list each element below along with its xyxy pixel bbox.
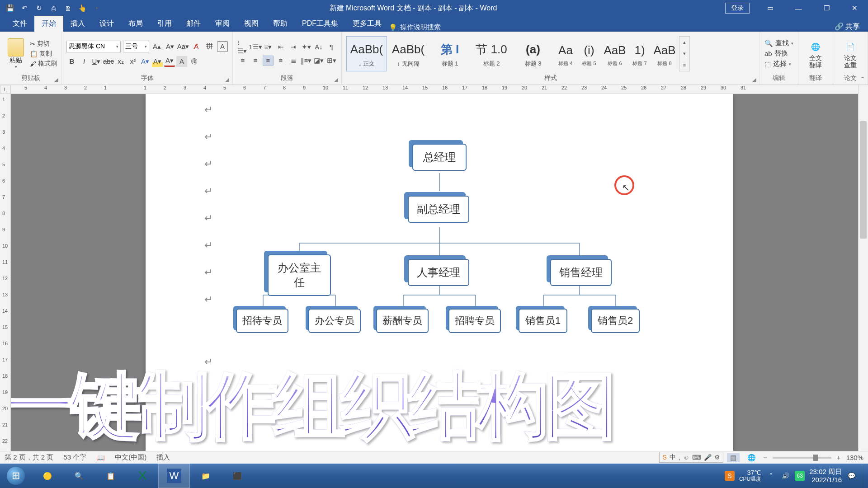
maximize-button[interactable]: ❐ (813, 0, 840, 16)
excel-taskbar-item[interactable]: X (127, 464, 158, 488)
ime-mic-icon[interactable]: 🎤 (704, 454, 712, 461)
show-marks-button[interactable]: ¶ (326, 42, 337, 52)
org-node-l4c[interactable]: 薪酬专员 (376, 309, 429, 333)
font-color-button[interactable]: A▾ (164, 56, 175, 67)
font-size-select[interactable]: 三号▾ (123, 41, 149, 52)
page-indicator[interactable]: 第 2 页，共 2 页 (5, 453, 53, 462)
align-right-button[interactable]: ≡ (263, 56, 274, 66)
minimize-button[interactable]: — (785, 0, 812, 16)
tab-more[interactable]: 更多工具 (345, 16, 389, 32)
style-normal[interactable]: AaBb(↓ 正文 (346, 36, 387, 71)
superscript-button[interactable]: x² (127, 56, 138, 67)
word-count[interactable]: 53 个字 (63, 453, 86, 462)
cpu-label[interactable]: CPU温度 (739, 476, 761, 483)
line-spacing-button[interactable]: ‖≡▾ (301, 56, 311, 66)
sort-button[interactable]: A↓ (313, 42, 324, 52)
style-h3[interactable]: (a)标题 3 (513, 36, 553, 71)
save-icon[interactable]: 💾 (5, 4, 14, 13)
align-center-button[interactable]: ≡ (250, 56, 261, 66)
ruler-corner[interactable]: L (0, 85, 11, 94)
tab-review[interactable]: 审阅 (208, 16, 237, 32)
word-taskbar-item[interactable]: W (158, 464, 190, 488)
document-area[interactable]: ↵ ↵ ↵ ↵ ↵ ↵ ↵ ↵ ↵ 总经理 (11, 94, 858, 451)
zoom-slider[interactable] (773, 457, 831, 459)
web-layout-button[interactable]: 🌐 (745, 453, 758, 462)
zoom-out-button[interactable]: − (763, 454, 767, 461)
style-no-spacing[interactable]: AaBb(↓ 无间隔 (388, 36, 429, 71)
show-desktop-button[interactable] (861, 464, 864, 488)
print-preview-icon[interactable]: ⎙ (49, 4, 58, 13)
thesis-check-button[interactable]: 📄 论文查重 (838, 38, 863, 69)
tab-pdf[interactable]: PDF工具集 (295, 16, 345, 32)
copy-button[interactable]: 📋复制 (30, 50, 57, 58)
horizontal-ruler[interactable]: 5432112345678910111213141516171819202122… (11, 85, 858, 94)
find-button[interactable]: 🔍查找▾ (764, 39, 793, 47)
org-node-l2[interactable]: 副总经理 (408, 196, 469, 223)
scroll-thumb[interactable] (860, 121, 867, 239)
vertical-ruler[interactable]: 1234567891011121314151617181920212223242… (0, 94, 11, 451)
paragraph-launcher-icon[interactable]: ◢ (334, 77, 338, 83)
explorer-taskbar-item[interactable]: 📁 (190, 464, 222, 488)
tab-design[interactable]: 设计 (92, 16, 121, 32)
shrink-font-button[interactable]: A▾ (165, 41, 175, 52)
text-effects-button[interactable]: A▾ (140, 56, 151, 67)
battery-icon[interactable]: 63 (795, 471, 805, 481)
org-node-l1[interactable]: 总经理 (412, 144, 467, 171)
tray-expand-icon[interactable]: ˄ (766, 471, 776, 481)
tab-help[interactable]: 帮助 (266, 16, 295, 32)
styles-launcher-icon[interactable]: ◢ (752, 77, 756, 83)
terminal-taskbar-item[interactable]: ⬛ (222, 464, 253, 488)
temperature[interactable]: 37℃ (739, 469, 761, 476)
shading-button[interactable]: ◪▾ (313, 56, 324, 66)
style-h7[interactable]: 1)标题 7 (629, 36, 650, 71)
ime-toolbar[interactable]: S 中 , ☺ ⌨ 🎤 ⚙ (659, 452, 723, 463)
print-layout-button[interactable]: ▤ (727, 453, 740, 462)
italic-button[interactable]: I (79, 56, 90, 67)
redo-icon[interactable]: ↻ (34, 4, 43, 13)
align-left-button[interactable]: ≡ (237, 56, 248, 66)
font-name-select[interactable]: 思源黑体 CN▾ (66, 41, 121, 52)
task-view-button[interactable]: 📋 (95, 464, 127, 488)
bold-button[interactable]: B (66, 56, 77, 67)
borders-button[interactable]: ⊞▾ (326, 56, 337, 66)
org-node-l4a[interactable]: 招待专员 (236, 309, 288, 333)
org-node-l3c[interactable]: 销售经理 (550, 259, 612, 286)
org-node-l4d[interactable]: 招聘专员 (448, 309, 501, 333)
search-button[interactable]: 🔍 (63, 464, 95, 488)
tab-file[interactable]: 文件 (5, 16, 34, 32)
increase-indent-button[interactable]: ⇥ (288, 42, 299, 52)
distribute-button[interactable]: ≣ (288, 56, 299, 66)
ime-punct-icon[interactable]: , (679, 454, 680, 461)
clipboard-launcher-icon[interactable]: ◢ (54, 77, 58, 83)
underline-button[interactable]: U▾ (91, 56, 102, 67)
login-button[interactable]: 登录 (725, 3, 750, 14)
cut-button[interactable]: ✂剪切 (30, 40, 57, 48)
sogou-icon[interactable]: S (725, 471, 735, 481)
tab-insert[interactable]: 插入 (63, 16, 92, 32)
style-h2[interactable]: 节 1.0标题 2 (471, 36, 512, 71)
style-h4[interactable]: Aa标题 4 (554, 36, 577, 71)
justify-button[interactable]: ≡ (275, 56, 286, 66)
org-node-l4e[interactable]: 销售员1 (519, 309, 567, 333)
select-button[interactable]: ⬚选择▾ (764, 60, 793, 68)
style-h1[interactable]: 第 I标题 1 (429, 36, 470, 71)
start-button[interactable]: ⊞ (0, 464, 32, 488)
language-indicator[interactable]: 中文(中国) (115, 453, 146, 462)
format-painter-button[interactable]: 🖌格式刷 (30, 60, 57, 68)
full-translate-button[interactable]: 🌐 全文翻译 (803, 38, 828, 69)
new-doc-icon[interactable]: 🗎 (63, 4, 72, 13)
char-border-button[interactable]: A (217, 41, 228, 52)
cortana-button[interactable]: 🟡 (32, 464, 63, 488)
phonetic-guide-button[interactable]: 拼 (204, 41, 215, 52)
collapse-ribbon-icon[interactable]: ⌃ (860, 75, 865, 83)
org-node-l3a[interactable]: 办公室主任 (268, 254, 331, 296)
style-h8[interactable]: AaB标题 8 (651, 36, 678, 71)
replace-button[interactable]: ab替换 (764, 49, 793, 58)
decrease-indent-button[interactable]: ⇤ (275, 42, 286, 52)
multilevel-button[interactable]: ≡▾ (263, 42, 274, 52)
touch-mode-icon[interactable]: 👆 (78, 4, 87, 13)
highlight-button[interactable]: A▾ (152, 56, 163, 67)
font-launcher-icon[interactable]: ◢ (225, 77, 229, 83)
tab-view[interactable]: 视图 (237, 16, 266, 32)
zoom-in-button[interactable]: + (837, 454, 841, 461)
